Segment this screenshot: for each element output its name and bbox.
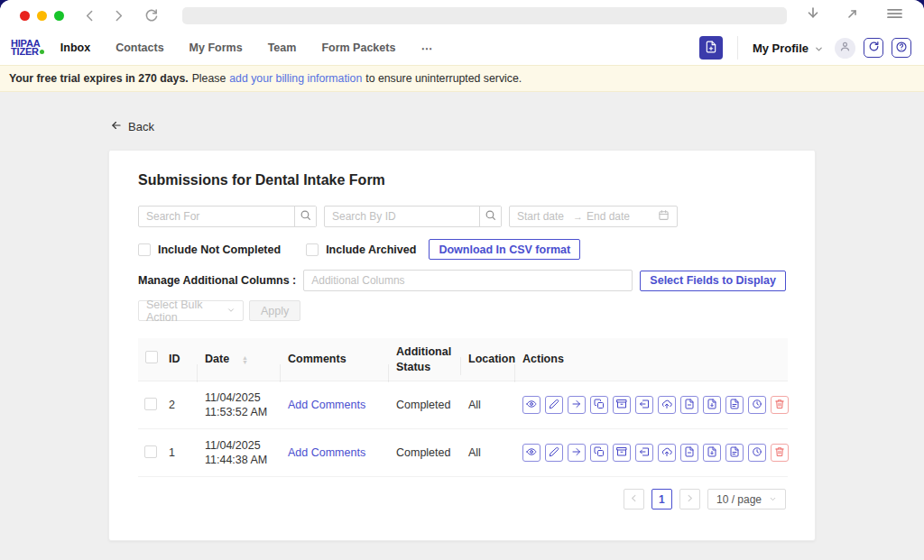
start-date-input[interactable] <box>517 210 569 223</box>
back-link[interactable]: Back <box>110 119 154 134</box>
search-for-input[interactable] <box>139 207 294 226</box>
action-restore-button[interactable] <box>635 396 653 414</box>
pagination: 1 10 / page <box>138 489 786 510</box>
action-cloud-upload-button[interactable] <box>658 444 676 462</box>
actions-cell <box>515 396 789 414</box>
additional-columns-input[interactable] <box>304 271 632 290</box>
action-copy-button[interactable] <box>590 444 608 462</box>
checkbox-icon[interactable] <box>138 243 151 256</box>
new-form-button[interactable] <box>699 36 723 60</box>
row-checkbox[interactable] <box>144 445 157 458</box>
refresh-button[interactable] <box>864 38 883 58</box>
submission-date: 11/04/2025 11:53:52 AM <box>198 390 281 419</box>
hipaatizer-logo[interactable]: HIPAA TIZER <box>11 40 44 56</box>
include-archived-checkbox[interactable]: Include Archived <box>306 243 416 256</box>
date-value: 11/04/2025 <box>205 390 281 405</box>
sort-carets-icon[interactable]: ▲▼ <box>242 355 248 364</box>
action-print-button[interactable] <box>725 444 744 462</box>
action-view-button[interactable] <box>522 396 541 414</box>
action-history-button[interactable] <box>748 396 766 414</box>
search-by-id-input[interactable] <box>325 207 479 226</box>
apply-button[interactable]: Apply <box>249 300 300 321</box>
maximize-window-button[interactable] <box>54 11 64 21</box>
chevron-down-icon <box>814 41 824 58</box>
action-delete-button[interactable] <box>771 396 789 414</box>
browser-back-button[interactable] <box>82 8 97 23</box>
action-history-button[interactable] <box>748 444 766 462</box>
move-out-icon <box>639 399 650 412</box>
action-view-button[interactable] <box>522 444 541 462</box>
location-value: All <box>461 399 515 411</box>
page-1-button[interactable]: 1 <box>651 489 672 510</box>
action-print-button[interactable] <box>725 396 744 414</box>
file-download-icon <box>707 399 717 412</box>
search-by-id-submit-button[interactable] <box>479 207 501 226</box>
billing-info-link[interactable]: add your billing information <box>229 72 362 85</box>
trial-banner: Your free trial expires in 270 days. Ple… <box>0 65 924 92</box>
action-edit-button[interactable] <box>545 444 563 462</box>
nav-item-inbox[interactable]: Inbox <box>60 41 90 54</box>
action-copy-button[interactable] <box>590 396 608 414</box>
column-header-id: ID <box>162 352 198 367</box>
action-download-pdf-button[interactable] <box>680 444 698 462</box>
minimize-window-button[interactable] <box>37 11 47 21</box>
back-label: Back <box>128 120 154 133</box>
action-download-pdf-button[interactable] <box>680 396 698 414</box>
bulk-action-select[interactable]: Select Bulk Action <box>138 300 244 321</box>
avatar[interactable] <box>835 38 855 59</box>
trash-icon <box>774 446 785 460</box>
action-download-file-button[interactable] <box>703 444 721 462</box>
profile-menu[interactable]: My Profile <box>753 38 824 58</box>
include-not-completed-checkbox[interactable]: Include Not Completed <box>138 243 281 256</box>
action-edit-button[interactable] <box>545 396 563 414</box>
date-range-picker[interactable]: → <box>509 206 678 227</box>
nav-item-team[interactable]: Team <box>268 41 297 54</box>
banner-text-pre: Please <box>192 72 226 85</box>
select-all-checkbox[interactable] <box>145 351 158 363</box>
menu-icon[interactable] <box>883 5 906 26</box>
expand-icon[interactable] <box>845 6 860 25</box>
column-header-comments: Comments <box>281 352 389 367</box>
action-delete-button[interactable] <box>771 444 789 462</box>
page-size-select[interactable]: 10 / page <box>707 489 786 510</box>
action-archive-button[interactable] <box>613 396 631 414</box>
action-cloud-upload-button[interactable] <box>658 396 676 414</box>
copy-icon <box>594 446 605 460</box>
action-open-button[interactable] <box>568 444 586 462</box>
arrow-right-icon <box>571 399 582 412</box>
close-window-button[interactable] <box>20 11 30 21</box>
action-open-button[interactable] <box>568 396 586 414</box>
action-archive-button[interactable] <box>613 444 631 462</box>
browser-forward-button[interactable] <box>111 8 126 23</box>
nav-item-contacts[interactable]: Contacts <box>116 41 163 54</box>
cloud-upload-icon <box>661 446 672 460</box>
checkbox-icon[interactable] <box>306 243 319 256</box>
next-page-button[interactable] <box>679 489 700 510</box>
help-button[interactable] <box>892 38 911 58</box>
file-download-icon <box>707 446 717 460</box>
browser-chrome <box>0 0 924 31</box>
download-csv-button[interactable]: Download In CSV format <box>429 239 580 260</box>
prev-page-button[interactable] <box>624 489 644 510</box>
table-row: 1 11/04/2025 11:44:38 AM Add Comments Co… <box>138 429 788 477</box>
column-header-date[interactable]: Date▲▼ <box>198 352 281 367</box>
end-date-input[interactable] <box>587 210 639 223</box>
action-restore-button[interactable] <box>635 444 653 462</box>
nav-item-my-forms[interactable]: My Forms <box>189 41 243 54</box>
browser-reload-button[interactable] <box>143 8 159 23</box>
action-download-file-button[interactable] <box>703 396 721 414</box>
additional-status-value: Completed <box>389 446 461 459</box>
chevron-left-icon <box>629 493 639 506</box>
nav-item-more[interactable]: ⋯ <box>420 41 432 55</box>
url-bar[interactable] <box>182 7 787 24</box>
search-for-submit-button[interactable] <box>294 207 316 226</box>
download-icon[interactable] <box>805 5 821 25</box>
copy-icon <box>594 399 605 412</box>
file-pdf-icon <box>684 399 695 412</box>
select-fields-button[interactable]: Select Fields to Display <box>640 271 786 291</box>
row-checkbox[interactable] <box>144 398 157 410</box>
document-plus-icon <box>705 41 717 56</box>
add-comments-link[interactable]: Add Comments <box>288 399 365 411</box>
add-comments-link[interactable]: Add Comments <box>288 446 365 459</box>
nav-item-form-packets[interactable]: Form Packets <box>321 41 395 54</box>
